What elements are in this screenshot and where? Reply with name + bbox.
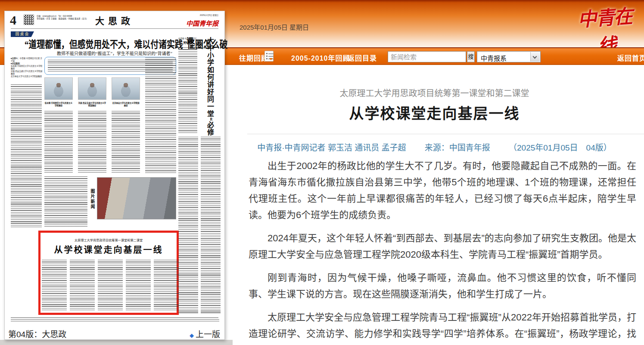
- highlighted-article-headline: 从学校课堂走向基层一线: [40, 243, 177, 256]
- simulated-newsprint-text: [44, 111, 73, 174]
- previous-page-link[interactable]: ◆上一版: [190, 328, 220, 339]
- nav-back-issues[interactable]: 往期回顾: [239, 52, 268, 63]
- moderator-label: ■主持人：: [11, 57, 20, 59]
- guest-photo-caption: 北京林业大学马克思主义学院副教授: [112, 102, 140, 110]
- newspaper-bottom-rule: [11, 317, 218, 318]
- guests-label: ■对话嘉宾：: [11, 62, 22, 65]
- simulated-newsprint-text: [201, 137, 221, 314]
- previous-page-label: 上一版: [196, 330, 220, 339]
- simulated-newsprint-text: [98, 260, 123, 311]
- guest-entry: 北京林业大学马克思主义学院副教授: [11, 75, 42, 77]
- masthead-divider: [11, 28, 218, 29]
- simulated-newsprint-text: [70, 260, 95, 311]
- nav-back-to-contents[interactable]: 返回目录: [348, 52, 377, 63]
- newspaper-main-headline: “道理都懂，但感觉用处不大，难以付诸实践”怪圈怎么破: [25, 36, 205, 51]
- photo-news-label: 图片新闻: [89, 179, 96, 219]
- simulated-newsprint-text: [48, 60, 173, 72]
- page-footer-label: 第04版：大思政: [8, 328, 66, 339]
- highlighted-article-kicker: 太原理工大学用思政项目统筹第一课堂和第二课堂: [47, 238, 170, 242]
- guest-photo: [78, 77, 106, 100]
- chevron-down-icon[interactable]: [530, 52, 540, 62]
- newspaper-name-logo: 中国青年报: [162, 18, 218, 28]
- simulated-newsprint-text: [178, 137, 198, 314]
- simulated-newsprint-text: [112, 111, 140, 174]
- article-issue: （2025年01月05日 04版）: [509, 143, 612, 152]
- article-title: 从学校课堂走向基层一线: [233, 102, 636, 123]
- simulated-newsprint-text: [154, 260, 179, 311]
- prev-arrow-icon: ◆: [190, 332, 194, 339]
- paper-series-select[interactable]: 中青报系: [477, 51, 541, 62]
- article-reporter: 中青报·中青网记者 郭玉洁 通讯员 孟子超: [257, 143, 406, 152]
- simulated-newsprint-text: [42, 260, 67, 311]
- newspaper-issue-date: 2025年1月5日 星期日: [162, 14, 218, 17]
- issue-list-icon[interactable]: [264, 51, 274, 62]
- simulated-newsprint-text: [145, 58, 176, 174]
- simulated-newsprint-text: [126, 260, 151, 311]
- article-source: 来源：中国青年报: [425, 143, 490, 152]
- article-paragraph: 出生于2002年的杨政比他的学生大不了几岁。有时，他要隐藏起自己不成熟的一面。在…: [249, 158, 636, 223]
- article-kicker: 太原理工大学用思政项目统筹第一课堂和第二课堂: [233, 86, 636, 99]
- guest-photo-caption: 张永刚 华南师范大学马克思主义学院教授: [44, 102, 73, 110]
- article-frame: 太原理工大学用思政项目统筹第一课堂和第二课堂 从学校课堂走向基层一线 中青报·中…: [233, 65, 644, 345]
- article-paragraph: 太原理工大学安全与应急管理工程学院青马工程“振翼班”从2022年开始招募首批学员…: [249, 309, 636, 345]
- left-frame-bottom-strip: [0, 340, 233, 345]
- vertical-headline: 大中小学如何讲好同一堂“必修课”: [199, 37, 220, 140]
- simulated-newsprint-text: [178, 47, 197, 133]
- paper-series-selected-value: 中青报系: [481, 53, 507, 62]
- simulated-newsprint-text: [78, 111, 106, 174]
- guest-photo: [112, 77, 140, 100]
- article-paragraph: 2024年夏天，这个年轻人怀着“到西部去、到基层去”的志向参加了研究生支教团。他…: [249, 230, 636, 263]
- article-body: 出生于2002年的杨政比他的学生大不了几岁。有时，他要隐藏起自己不成熟的一面。在…: [249, 158, 636, 345]
- nav-back-home[interactable]: 返回首页: [617, 52, 644, 63]
- guest-entry: 张永刚 华南师范大学马克思主义学院教授: [11, 65, 42, 70]
- guest-photo-caption: 刘源 西安交通大学马克思主义学院副教授: [78, 102, 106, 110]
- photo-news-image: [97, 177, 176, 219]
- simulated-newsprint-text: [44, 176, 87, 227]
- article-byline: 中青报·中青网记者 郭玉洁 通讯员 孟子超 来源：中国青年报 （2025年01月…: [233, 141, 636, 153]
- guest-photo: [44, 77, 73, 100]
- newspaper-issue-block: 2025年1月5日 星期日 中国青年报: [162, 14, 218, 28]
- article-paragraph: 刚到青海时，因为气候干燥，他嗓子嘶哑，流鼻血。他不习惯这里的饮食，听不懂同事、学…: [249, 270, 636, 302]
- simulated-newsprint-text: [11, 84, 42, 228]
- search-button[interactable]: 搜: [467, 51, 475, 62]
- search-input[interactable]: [388, 51, 466, 62]
- guest-entry: 刘源 西安交通大学马克思主义学院副教授: [11, 70, 42, 75]
- current-date: 2025年01月05日 星期日: [240, 22, 309, 31]
- newspaper-page-viewer: 4 信箱：sixiang@cyol.cn Tel：010-64098 责任编辑／…: [4, 11, 225, 340]
- title-divider: [247, 134, 644, 134]
- simulated-newsprint-text: [11, 319, 219, 321]
- nav-archive-2005-2010[interactable]: 2005-2010年回顾: [291, 52, 350, 63]
